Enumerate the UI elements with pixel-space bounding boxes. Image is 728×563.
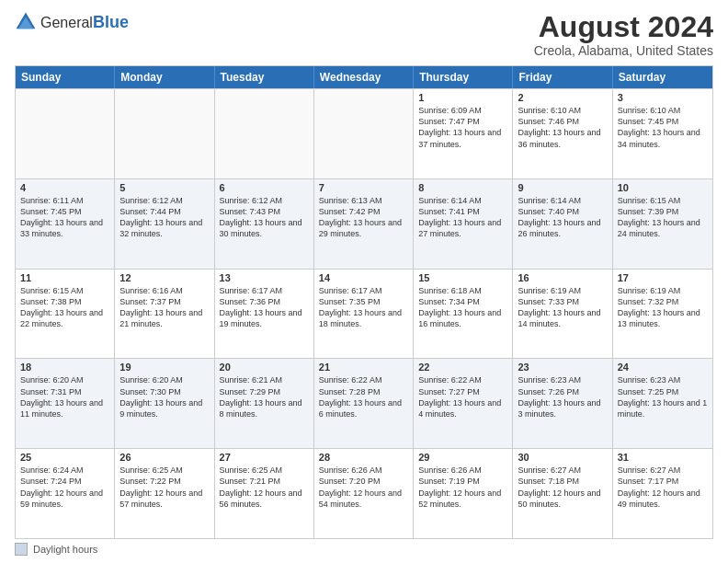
cell-info: Sunrise: 6:12 AM Sunset: 7:44 PM Dayligh…	[119, 195, 209, 240]
calendar-row-2: 4Sunrise: 6:11 AM Sunset: 7:45 PM Daylig…	[16, 178, 712, 269]
calendar-cell: 24Sunrise: 6:23 AM Sunset: 7:25 PM Dayli…	[613, 359, 712, 448]
calendar: Sunday Monday Tuesday Wednesday Thursday…	[15, 65, 713, 539]
cell-date: 14	[319, 272, 408, 283]
cell-info: Sunrise: 6:25 AM Sunset: 7:21 PM Dayligh…	[220, 465, 309, 510]
day-header-thursday: Thursday	[414, 66, 513, 88]
calendar-cell	[115, 89, 214, 178]
cell-date: 15	[418, 272, 507, 283]
calendar-cell: 6Sunrise: 6:12 AM Sunset: 7:43 PM Daylig…	[215, 179, 314, 269]
cell-date: 24	[618, 362, 708, 373]
cell-info: Sunrise: 6:20 AM Sunset: 7:30 PM Dayligh…	[119, 374, 209, 419]
cell-info: Sunrise: 6:09 AM Sunset: 7:47 PM Dayligh…	[418, 105, 507, 150]
calendar-cell: 30Sunrise: 6:27 AM Sunset: 7:18 PM Dayli…	[513, 449, 612, 538]
cell-date: 17	[618, 272, 708, 283]
cell-date: 11	[20, 272, 109, 283]
cell-date: 31	[618, 452, 708, 463]
cell-info: Sunrise: 6:25 AM Sunset: 7:22 PM Dayligh…	[119, 465, 209, 510]
cell-date: 29	[418, 452, 507, 463]
cell-info: Sunrise: 6:23 AM Sunset: 7:25 PM Dayligh…	[618, 374, 708, 419]
cell-date: 27	[220, 452, 309, 463]
cell-date: 20	[220, 362, 309, 373]
cell-date: 22	[418, 362, 507, 373]
cell-info: Sunrise: 6:21 AM Sunset: 7:29 PM Dayligh…	[220, 374, 309, 419]
calendar-cell: 21Sunrise: 6:22 AM Sunset: 7:28 PM Dayli…	[314, 359, 414, 448]
cell-date: 8	[418, 182, 507, 193]
calendar-cell: 25Sunrise: 6:24 AM Sunset: 7:24 PM Dayli…	[16, 449, 115, 538]
cell-date: 1	[418, 92, 507, 103]
cell-info: Sunrise: 6:16 AM Sunset: 7:37 PM Dayligh…	[119, 285, 209, 330]
cell-date: 6	[220, 182, 309, 193]
cell-date: 2	[518, 92, 607, 103]
cell-date: 9	[518, 182, 607, 193]
calendar-cell: 17Sunrise: 6:19 AM Sunset: 7:32 PM Dayli…	[613, 270, 712, 359]
calendar-cell: 28Sunrise: 6:26 AM Sunset: 7:20 PM Dayli…	[314, 449, 414, 538]
cell-info: Sunrise: 6:22 AM Sunset: 7:28 PM Dayligh…	[319, 374, 408, 419]
day-header-sunday: Sunday	[16, 66, 115, 88]
cell-info: Sunrise: 6:18 AM Sunset: 7:34 PM Dayligh…	[418, 285, 507, 330]
logo-general-text: General	[40, 15, 93, 30]
calendar-cell: 1Sunrise: 6:09 AM Sunset: 7:47 PM Daylig…	[414, 89, 513, 178]
calendar-row-1: 1Sunrise: 6:09 AM Sunset: 7:47 PM Daylig…	[16, 88, 712, 178]
cell-date: 13	[220, 272, 309, 283]
cell-info: Sunrise: 6:24 AM Sunset: 7:24 PM Dayligh…	[20, 465, 109, 510]
cell-date: 12	[119, 272, 209, 283]
cell-date: 28	[319, 452, 408, 463]
calendar-cell: 19Sunrise: 6:20 AM Sunset: 7:30 PM Dayli…	[115, 359, 214, 448]
calendar-cell	[16, 89, 115, 178]
calendar-header: Sunday Monday Tuesday Wednesday Thursday…	[16, 66, 712, 88]
day-header-tuesday: Tuesday	[215, 66, 314, 88]
calendar-cell: 23Sunrise: 6:23 AM Sunset: 7:26 PM Dayli…	[513, 359, 612, 448]
cell-info: Sunrise: 6:19 AM Sunset: 7:32 PM Dayligh…	[618, 285, 708, 330]
cell-info: Sunrise: 6:19 AM Sunset: 7:33 PM Dayligh…	[518, 285, 607, 330]
day-header-monday: Monday	[115, 66, 214, 88]
cell-info: Sunrise: 6:17 AM Sunset: 7:36 PM Dayligh…	[220, 285, 309, 330]
cell-date: 7	[319, 182, 408, 193]
calendar-cell: 26Sunrise: 6:25 AM Sunset: 7:22 PM Dayli…	[115, 449, 214, 538]
calendar-cell: 29Sunrise: 6:26 AM Sunset: 7:19 PM Dayli…	[414, 449, 513, 538]
calendar-cell: 7Sunrise: 6:13 AM Sunset: 7:42 PM Daylig…	[314, 179, 414, 269]
cell-info: Sunrise: 6:17 AM Sunset: 7:35 PM Dayligh…	[319, 285, 408, 330]
calendar-cell: 22Sunrise: 6:22 AM Sunset: 7:27 PM Dayli…	[414, 359, 513, 448]
calendar-cell: 13Sunrise: 6:17 AM Sunset: 7:36 PM Dayli…	[215, 270, 314, 359]
calendar-row-4: 18Sunrise: 6:20 AM Sunset: 7:31 PM Dayli…	[16, 358, 712, 448]
subtitle: Creola, Alabama, United States	[534, 43, 713, 58]
cell-date: 5	[119, 182, 209, 193]
calendar-row-3: 11Sunrise: 6:15 AM Sunset: 7:38 PM Dayli…	[16, 269, 712, 359]
calendar-cell: 14Sunrise: 6:17 AM Sunset: 7:35 PM Dayli…	[314, 270, 414, 359]
calendar-cell: 4Sunrise: 6:11 AM Sunset: 7:45 PM Daylig…	[16, 179, 115, 269]
calendar-cell: 10Sunrise: 6:15 AM Sunset: 7:39 PM Dayli…	[613, 179, 712, 269]
cell-date: 18	[20, 362, 109, 373]
cell-date: 4	[20, 182, 109, 193]
cell-date: 23	[518, 362, 607, 373]
cell-info: Sunrise: 6:26 AM Sunset: 7:20 PM Dayligh…	[319, 465, 408, 510]
cell-info: Sunrise: 6:22 AM Sunset: 7:27 PM Dayligh…	[418, 374, 507, 419]
logo: GeneralBlue	[15, 11, 129, 33]
calendar-cell: 20Sunrise: 6:21 AM Sunset: 7:29 PM Dayli…	[215, 359, 314, 448]
calendar-cell: 5Sunrise: 6:12 AM Sunset: 7:44 PM Daylig…	[115, 179, 214, 269]
header: GeneralBlue August 2024 Creola, Alabama,…	[15, 11, 713, 58]
calendar-cell: 31Sunrise: 6:27 AM Sunset: 7:17 PM Dayli…	[613, 449, 712, 538]
cell-info: Sunrise: 6:14 AM Sunset: 7:41 PM Dayligh…	[418, 195, 507, 240]
day-header-wednesday: Wednesday	[314, 66, 414, 88]
cell-info: Sunrise: 6:12 AM Sunset: 7:43 PM Dayligh…	[220, 195, 309, 240]
cell-date: 26	[119, 452, 209, 463]
cell-info: Sunrise: 6:26 AM Sunset: 7:19 PM Dayligh…	[418, 465, 507, 510]
cell-date: 10	[618, 182, 708, 193]
calendar-cell: 12Sunrise: 6:16 AM Sunset: 7:37 PM Dayli…	[115, 270, 214, 359]
cell-date: 25	[20, 452, 109, 463]
cell-info: Sunrise: 6:15 AM Sunset: 7:39 PM Dayligh…	[618, 195, 708, 240]
calendar-cell: 15Sunrise: 6:18 AM Sunset: 7:34 PM Dayli…	[414, 270, 513, 359]
cell-info: Sunrise: 6:13 AM Sunset: 7:42 PM Dayligh…	[319, 195, 408, 240]
cell-info: Sunrise: 6:27 AM Sunset: 7:17 PM Dayligh…	[618, 465, 708, 510]
cell-info: Sunrise: 6:27 AM Sunset: 7:18 PM Dayligh…	[518, 465, 607, 510]
cell-date: 19	[119, 362, 209, 373]
calendar-cell	[314, 89, 414, 178]
day-header-saturday: Saturday	[613, 66, 712, 88]
calendar-cell: 9Sunrise: 6:14 AM Sunset: 7:40 PM Daylig…	[513, 179, 612, 269]
calendar-cell: 11Sunrise: 6:15 AM Sunset: 7:38 PM Dayli…	[16, 270, 115, 359]
cell-date: 3	[618, 92, 708, 103]
calendar-cell: 2Sunrise: 6:10 AM Sunset: 7:46 PM Daylig…	[513, 89, 612, 178]
calendar-row-5: 25Sunrise: 6:24 AM Sunset: 7:24 PM Dayli…	[16, 448, 712, 538]
logo-icon	[15, 11, 37, 33]
logo-blue-text: Blue	[93, 13, 129, 31]
